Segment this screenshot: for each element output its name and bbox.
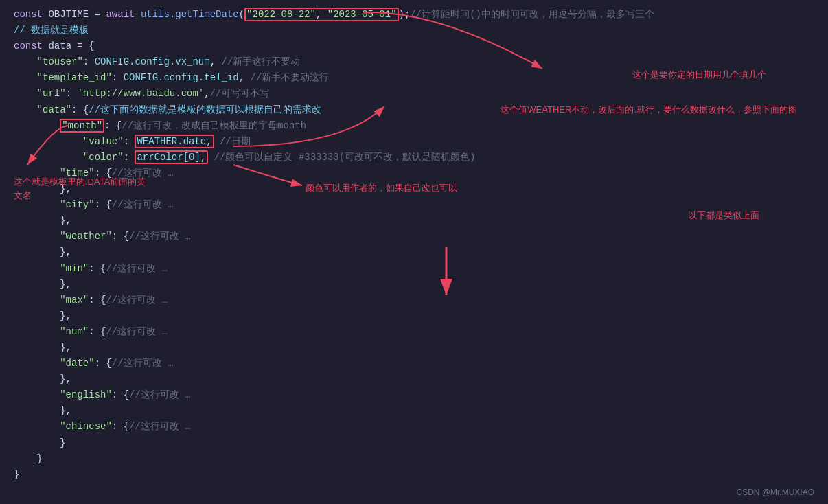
code-line-18: }, [14,277,814,293]
code-line-14: }, [14,213,814,229]
code-line-20: }, [14,308,814,324]
code-line-9: "value": WEATHER.date, //日期 [14,134,814,150]
code-line-7: "data": {//这下面的数据就是模板的数据可以根据自己的需求改 [14,102,814,118]
code-line-13: "city": {//这行可改 … [14,197,814,213]
code-line-5: "template_id": CONFIG.config.tel_id, //新… [14,70,814,86]
code-line-29: } [14,451,814,467]
code-line-6: "url": 'http://www.baidu.com',//可写可不写 [14,86,814,102]
code-line-11: "time": {//这行可改 … [14,165,814,181]
code-line-1: const OBJTIME = await utils.getTimeDate(… [14,7,814,23]
footer-credit: CSDN @Mr.MUXIAO [736,488,814,497]
code-line-3: const data = { [14,38,814,54]
code-line-23: "date": {//这行可改 … [14,356,814,371]
code-line-30: } [14,467,814,483]
code-line-26: }, [14,403,814,419]
code-line-4: "touser": CONFIG.config.vx_num, //新手这行不要… [14,54,814,70]
code-line-2: // 数据就是模板 [14,23,814,38]
code-line-21: "num": {//这行可改 … [14,324,814,340]
code-editor: const OBJTIME = await utils.getTimeDate(… [0,0,828,504]
code-line-10: "color": arrColor[0], //颜色可以自定义 #333333(… [14,150,814,165]
code-line-28: } [14,435,814,451]
code-line-24: }, [14,371,814,387]
code-line-25: "english": {//这行可改 … [14,387,814,403]
code-line-16: }, [14,244,814,260]
code-line-22: }, [14,340,814,356]
code-line-27: "chinese": {//这行可改 … [14,419,814,435]
code-line-8: "month": {//这行可改，改成自己模板里的字母month [14,118,814,134]
code-line-19: "max": {//这行可改 … [14,293,814,308]
code-line-12: }, [14,181,814,197]
code-line-17: "min": {//这行可改 … [14,261,814,277]
code-line-15: "weather": {//这行可改 … [14,229,814,244]
